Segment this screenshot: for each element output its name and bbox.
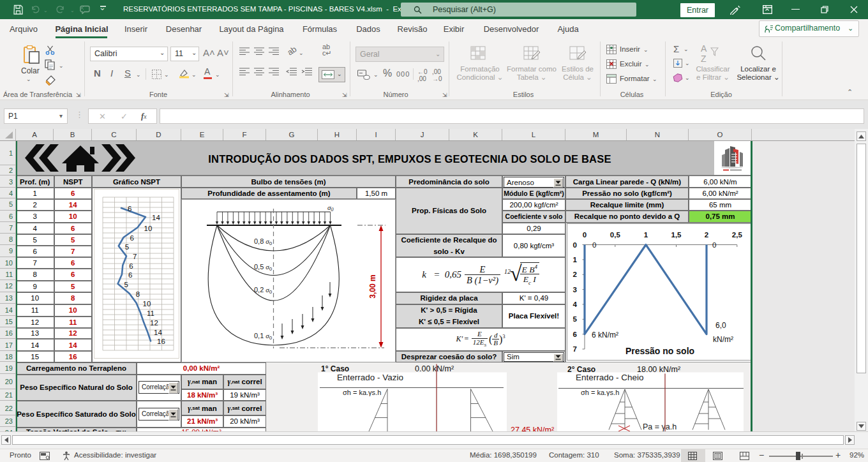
svg-text:14: 14 <box>154 329 162 336</box>
svg-text:10: 10 <box>143 300 151 308</box>
svg-text:7: 7 <box>133 253 137 260</box>
svg-text:1: 1 <box>644 231 648 239</box>
svg-text:0,2 σ0: 0,2 σ0 <box>254 286 273 295</box>
svg-text:5: 5 <box>125 243 129 251</box>
svg-text:σh = ka.γs.h: σh = ka.γs.h <box>343 389 381 396</box>
svg-text:11: 11 <box>147 309 154 317</box>
svg-text:3: 3 <box>573 286 577 294</box>
svg-text:6: 6 <box>573 331 577 338</box>
svg-text:Enterrado - Cheio: Enterrado - Cheio <box>576 373 644 382</box>
svg-text:6: 6 <box>128 205 131 212</box>
svg-text:1° Caso: 1° Caso <box>321 364 349 373</box>
svg-text:1,5: 1,5 <box>671 231 682 239</box>
svg-text:10: 10 <box>144 225 153 232</box>
svg-text:5: 5 <box>124 281 128 288</box>
svg-text:0: 0 <box>583 231 587 239</box>
svg-text:σ0: σ0 <box>327 204 333 212</box>
svg-text:Pa = γa.h: Pa = γa.h <box>643 422 677 431</box>
svg-text:0,1 σ0: 0,1 σ0 <box>254 332 273 341</box>
svg-text:0,5 σ0: 0,5 σ0 <box>254 263 273 272</box>
svg-text:Enterrado - Vazio: Enterrado - Vazio <box>337 373 403 382</box>
svg-text:2,5: 2,5 <box>732 231 743 239</box>
svg-text:27,45 kN/m²: 27,45 kN/m² <box>511 426 554 431</box>
svg-text:3,00 m: 3,00 m <box>368 274 377 298</box>
svg-text:σh = ka.γs.h: σh = ka.γs.h <box>581 389 619 396</box>
svg-text:7: 7 <box>573 345 577 353</box>
svg-text:2: 2 <box>573 271 577 278</box>
svg-text:16: 16 <box>157 338 165 345</box>
svg-text:kN/m²: kN/m² <box>713 335 733 344</box>
svg-text:6,0: 6,0 <box>715 321 726 330</box>
svg-text:Pressão no solo: Pressão no solo <box>625 346 694 356</box>
svg-text:8: 8 <box>136 290 140 298</box>
svg-text:12: 12 <box>150 319 158 327</box>
svg-text:0: 0 <box>712 241 716 249</box>
svg-text:0: 0 <box>573 241 577 249</box>
svg-text:5: 5 <box>573 315 578 323</box>
svg-text:1: 1 <box>573 256 578 264</box>
svg-text:2: 2 <box>705 231 708 239</box>
svg-text:14: 14 <box>152 214 160 221</box>
svg-text:0,8 σ0: 0,8 σ0 <box>254 237 273 246</box>
svg-text:0,5: 0,5 <box>610 231 621 239</box>
svg-text:6: 6 <box>129 262 133 270</box>
svg-text:0: 0 <box>592 241 596 249</box>
svg-text:4: 4 <box>573 301 578 308</box>
svg-text:6 kN/m²: 6 kN/m² <box>592 331 618 339</box>
svg-text:0.00 kN/m²: 0.00 kN/m² <box>415 364 454 373</box>
svg-text:6: 6 <box>128 271 132 279</box>
svg-text:6: 6 <box>130 234 134 242</box>
